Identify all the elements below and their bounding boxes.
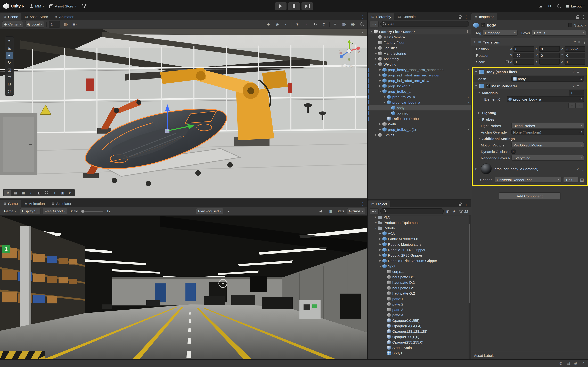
wireframe-mode-icon[interactable]: ▤ bbox=[12, 190, 19, 196]
hierarchy-item-prop-trolley-a-1[interactable]: ▶prop_trolley_a (1)› bbox=[368, 127, 471, 132]
tab-animator[interactable]: ◉Animator bbox=[51, 13, 77, 20]
scene-viewport[interactable]: ≡ ◉ + ↻ ◱ ▭ ⊡ ◎ ↻ ▤ ▦ ◐ ◧ bbox=[0, 29, 367, 199]
create-dropdown[interactable]: +▾ bbox=[370, 208, 379, 214]
overlay-menu-icon[interactable]: ≡ bbox=[332, 21, 338, 27]
grid-size-field[interactable]: 1 bbox=[49, 21, 60, 27]
expand-arrow-icon[interactable]: ▶ bbox=[374, 52, 378, 55]
pan-mode-icon[interactable]: + bbox=[51, 190, 58, 196]
expand-arrow-icon[interactable]: ▼ bbox=[374, 63, 378, 66]
increment-snap-dropdown[interactable]: ▣▾ bbox=[71, 21, 78, 27]
expand-arrow-icon[interactable]: ▶ bbox=[378, 254, 382, 257]
tab-asset-store[interactable]: ▤Asset Store bbox=[22, 13, 52, 20]
hierarchy-item-prop-heavy-robot-arm-attachmen[interactable]: ▶prop_heavy_robot_arm_attachmen› bbox=[368, 67, 471, 72]
play-focused-dropdown[interactable]: Play Focused▾ bbox=[196, 208, 223, 214]
renderer-enabled-checkbox[interactable] bbox=[485, 84, 490, 88]
stats-button[interactable]: Stats bbox=[336, 208, 345, 214]
expand-arrow-icon[interactable]: ▶ bbox=[378, 238, 382, 240]
search-by-label-icon[interactable]: ★ bbox=[452, 208, 457, 214]
object-name[interactable]: body bbox=[487, 23, 496, 27]
expand-arrow-icon[interactable]: ▶ bbox=[374, 47, 378, 49]
expand-arrow-icon[interactable]: ▶ bbox=[374, 221, 378, 224]
sphere-mode-icon[interactable]: ◐ bbox=[27, 190, 35, 196]
hierarchy-item-body[interactable]: body bbox=[368, 105, 471, 110]
hierarchy-item-prop-trolley-a[interactable]: ▶prop_trolley_a› bbox=[368, 94, 471, 100]
project-item-opaque-255-255-0[interactable]: Opaque(255,255,0) bbox=[368, 340, 471, 345]
panel-menu-icon[interactable]: ⋮ bbox=[464, 202, 468, 206]
object-picker-icon[interactable]: ⊙ bbox=[579, 97, 582, 101]
orientation-dropdown[interactable]: ◉ Local▾ bbox=[25, 21, 44, 27]
hierarchy-item-main-camera[interactable]: Main Camera bbox=[368, 34, 471, 40]
static-flags-dropdown[interactable]: ▾ bbox=[585, 24, 586, 26]
occlusion-mode-icon[interactable]: ⊘ bbox=[67, 190, 74, 196]
hierarchy-item-prop-car-body-a[interactable]: ▼prop_car_body_a› bbox=[368, 100, 471, 105]
mute-audio-icon[interactable] bbox=[318, 208, 325, 214]
status-check-icon[interactable]: ✓ bbox=[581, 361, 585, 366]
foldout-arrow[interactable]: ▶ bbox=[477, 111, 481, 114]
expand-arrow-icon[interactable]: ▶ bbox=[378, 248, 382, 251]
expand-arrow-icon[interactable]: ▶ bbox=[382, 95, 387, 98]
main-display-icon[interactable]: ◐ bbox=[225, 208, 232, 214]
project-search-field[interactable] bbox=[380, 208, 444, 214]
scale-x-field[interactable]: 1 bbox=[514, 59, 534, 64]
asset-store-dropdown[interactable]: Asset Store ▾ bbox=[50, 4, 76, 8]
presets-icon[interactable]: ≡ bbox=[578, 40, 580, 44]
hierarchy-item-logistics[interactable]: ▶Logistics bbox=[368, 45, 471, 51]
scale-y-field[interactable]: 1 bbox=[539, 59, 560, 64]
add-component-button[interactable]: Add Component bbox=[499, 192, 561, 200]
presets-icon[interactable]: ≡ bbox=[577, 70, 579, 74]
shaded-mode-icon[interactable]: ↻ bbox=[4, 190, 11, 196]
lock-icon[interactable] bbox=[576, 17, 579, 19]
perspective-label[interactable]: < Persp bbox=[341, 64, 353, 67]
expand-arrow-icon[interactable]: ▶ bbox=[378, 85, 382, 87]
project-item-robots[interactable]: ▼Robots bbox=[368, 225, 471, 231]
expand-arrow-icon[interactable]: ▶ bbox=[378, 74, 382, 76]
prefab-open-chevron[interactable]: › bbox=[467, 128, 469, 131]
hierarchy-item-prop-ind-robot-arm-arc-welder[interactable]: ▶prop_ind_robot_arm_arc_welder bbox=[368, 72, 471, 78]
add-material-button[interactable]: + bbox=[568, 103, 576, 108]
scale-tool-button[interactable]: ◱ bbox=[6, 66, 13, 73]
reorder-handle-icon[interactable]: = bbox=[481, 97, 483, 101]
expand-arrow-icon[interactable]: ▶ bbox=[378, 123, 382, 125]
gizmos-dropdown[interactable]: Gizmos▾ bbox=[347, 208, 365, 214]
play-button[interactable] bbox=[275, 2, 286, 10]
rotate-tool-button[interactable]: ↻ bbox=[6, 59, 13, 66]
motion-vectors-dropdown[interactable]: Per Object Motion▾ bbox=[511, 142, 584, 148]
help-icon[interactable]: ? bbox=[574, 40, 576, 44]
prefab-open-chevron[interactable]: › bbox=[467, 95, 469, 99]
vsync-grid-icon[interactable]: ▦ bbox=[327, 208, 334, 214]
expand-arrow-icon[interactable]: ▶ bbox=[378, 79, 382, 82]
hierarchy-search-field[interactable]: ▾ bbox=[380, 21, 469, 27]
material-menu-icon[interactable]: ▤ bbox=[580, 178, 584, 182]
component-menu-icon[interactable]: ⋮ bbox=[581, 167, 585, 171]
hierarchy-item-prop-trolley-a[interactable]: ▼prop_trolley_a bbox=[368, 89, 471, 94]
pivot-dropdown[interactable]: ⊕ Center▾ bbox=[2, 21, 23, 27]
prefab-open-chevron[interactable]: › bbox=[467, 100, 469, 104]
hierarchy-item-prop-ind-robot-arm-claw[interactable]: ▶prop_ind_robot_arm_claw bbox=[368, 78, 471, 83]
additional-settings-foldout[interactable]: Additional Settings bbox=[482, 136, 515, 141]
project-item-plc[interactable]: ▶PLC bbox=[368, 216, 471, 220]
material-object-field[interactable]: prop_car_body_a ⊙ bbox=[507, 96, 584, 102]
position-z-field[interactable]: -0.2294 bbox=[564, 46, 585, 51]
project-item-agv[interactable]: ▶AGV bbox=[368, 231, 471, 236]
project-item-corps-1[interactable]: corps:1 bbox=[368, 269, 471, 274]
tab-hierarchy[interactable]: ▤Hierarchy bbox=[368, 13, 395, 20]
hierarchy-item-exhibit[interactable]: ▶Exhibit bbox=[368, 132, 471, 138]
component-menu-icon[interactable]: ⋮ bbox=[581, 70, 585, 74]
layout-dropdown[interactable]: ▦ Layout ▾ bbox=[566, 4, 585, 8]
active-checkbox[interactable] bbox=[481, 23, 485, 27]
scene-options-icon[interactable]: ⋮ bbox=[465, 30, 469, 33]
foldout-arrow[interactable]: ▼ bbox=[477, 137, 481, 140]
scale-slider-thumb[interactable] bbox=[81, 209, 85, 213]
material-preview-sphere[interactable] bbox=[481, 163, 492, 174]
help-icon[interactable]: ? bbox=[572, 70, 575, 74]
expand-arrow-icon[interactable]: ▼ bbox=[378, 265, 382, 267]
tab-console[interactable]: ▤Console bbox=[395, 13, 419, 20]
expand-arrow-icon[interactable]: ▶ bbox=[374, 133, 378, 136]
tag-dropdown[interactable]: Untagged▾ bbox=[483, 30, 518, 36]
tab-animation[interactable]: ◉Animation bbox=[21, 200, 48, 207]
component-menu-icon[interactable]: ⋮ bbox=[581, 84, 585, 88]
grid-snap-dropdown[interactable]: ▦▾ bbox=[62, 21, 69, 27]
search-filter-icon[interactable]: ▾ bbox=[388, 23, 389, 25]
expand-arrow-icon[interactable]: ▶ bbox=[378, 128, 382, 131]
project-item-robotiq-epick-vacuum-gripper[interactable]: ▶Robotiq EPick Vacuum Gripper bbox=[368, 258, 471, 263]
